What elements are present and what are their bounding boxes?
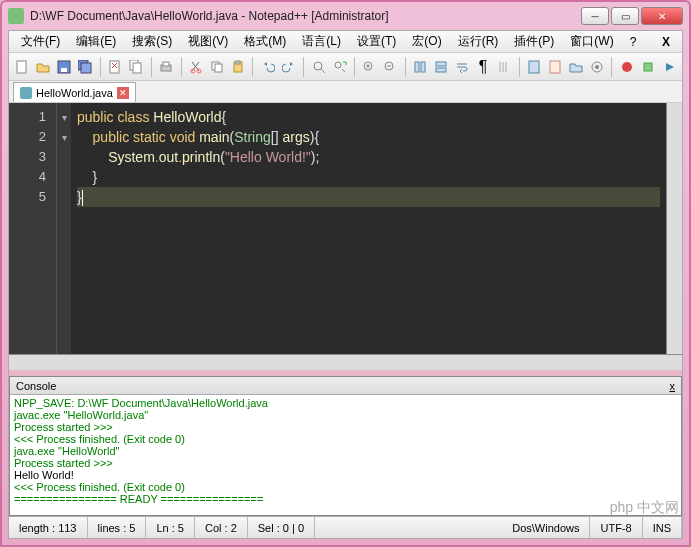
redo-button[interactable] — [279, 56, 298, 78]
vertical-scrollbar[interactable] — [666, 103, 682, 354]
menu-language[interactable]: 语言(L) — [294, 33, 349, 50]
menu-window[interactable]: 窗口(W) — [562, 33, 621, 50]
toolbar-sep — [181, 57, 182, 77]
tab-close-button[interactable]: ✕ — [117, 87, 129, 99]
menu-macro[interactable]: 宏(O) — [404, 33, 449, 50]
console-close-button[interactable]: x — [670, 380, 676, 392]
svg-rect-30 — [436, 62, 446, 66]
code-area[interactable]: public class HelloWorld{ public static v… — [71, 103, 666, 354]
svg-rect-31 — [436, 68, 446, 72]
toolbar-sep — [354, 57, 355, 77]
menu-file[interactable]: 文件(F) — [13, 33, 68, 50]
window-title: D:\WF Document\Java\HelloWorld.java - No… — [30, 9, 581, 23]
menubar-close-doc[interactable]: X — [654, 35, 678, 49]
status-sel: Sel : 0 | 0 — [248, 517, 315, 538]
minimize-button[interactable]: ─ — [581, 7, 609, 25]
svg-rect-29 — [421, 62, 425, 72]
find-button[interactable] — [309, 56, 328, 78]
line-number-gutter[interactable]: 12345 — [9, 103, 57, 354]
file-tab[interactable]: HelloWorld.java ✕ — [13, 82, 136, 102]
svg-rect-40 — [644, 63, 652, 71]
play-macro-button[interactable] — [659, 56, 678, 78]
menubar: 文件(F) 编辑(E) 搜索(S) 视图(V) 格式(M) 语言(L) 设置(T… — [9, 31, 682, 53]
toolbar-sep — [100, 57, 101, 77]
show-all-button[interactable]: ¶ — [474, 56, 493, 78]
statusbar: length : 113 lines : 5 Ln : 5 Col : 2 Se… — [9, 516, 682, 538]
menu-plugins[interactable]: 插件(P) — [506, 33, 562, 50]
svg-point-22 — [335, 62, 341, 68]
sync-h-button[interactable] — [432, 56, 451, 78]
close-file-button[interactable] — [106, 56, 125, 78]
wrap-button[interactable] — [453, 56, 472, 78]
toolbar-sep — [303, 57, 304, 77]
status-eol: Dos\Windows — [502, 517, 590, 538]
print-button[interactable] — [157, 56, 176, 78]
toolbar-sep — [405, 57, 406, 77]
svg-rect-5 — [110, 61, 119, 73]
record-macro-button[interactable] — [617, 56, 636, 78]
toolbar-sep — [519, 57, 520, 77]
stop-macro-button[interactable] — [638, 56, 657, 78]
close-button[interactable]: ✕ — [641, 7, 683, 25]
zoom-in-button[interactable] — [360, 56, 379, 78]
console-titlebar[interactable]: Console x — [10, 377, 681, 395]
cut-button[interactable] — [186, 56, 205, 78]
doc-map-button[interactable] — [524, 56, 543, 78]
replace-button[interactable] — [330, 56, 349, 78]
save-all-button[interactable] — [76, 56, 95, 78]
tab-filename: HelloWorld.java — [36, 87, 113, 99]
copy-button[interactable] — [207, 56, 226, 78]
console-panel: Console x NPP_SAVE: D:\WF Document\Java\… — [9, 376, 682, 516]
undo-button[interactable] — [258, 56, 277, 78]
svg-rect-19 — [236, 61, 240, 64]
svg-rect-28 — [415, 62, 419, 72]
monitor-button[interactable] — [587, 56, 606, 78]
svg-line-21 — [321, 69, 325, 73]
horizontal-scrollbar[interactable] — [9, 354, 682, 370]
window-buttons: ─ ▭ ✕ — [581, 7, 683, 25]
menu-edit[interactable]: 编辑(E) — [68, 33, 124, 50]
status-ins: INS — [643, 517, 682, 538]
menu-view[interactable]: 视图(V) — [180, 33, 236, 50]
titlebar[interactable]: D:\WF Document\Java\HelloWorld.java - No… — [2, 2, 689, 30]
close-all-button[interactable] — [127, 56, 146, 78]
fold-gutter[interactable]: ▾▾ — [57, 103, 71, 354]
menu-help[interactable]: ? — [622, 35, 645, 49]
watermark: php 中文网 — [610, 499, 679, 517]
menu-search[interactable]: 搜索(S) — [124, 33, 180, 50]
console-output[interactable]: NPP_SAVE: D:\WF Document\Java\HelloWorld… — [10, 395, 681, 515]
status-lines: lines : 5 — [88, 517, 147, 538]
tabbar: HelloWorld.java ✕ — [9, 81, 682, 103]
sync-v-button[interactable] — [411, 56, 430, 78]
svg-point-20 — [314, 62, 322, 70]
svg-rect-36 — [550, 61, 560, 73]
new-file-button[interactable] — [13, 56, 32, 78]
editor: 12345 ▾▾ public class HelloWorld{ public… — [9, 103, 682, 354]
zoom-out-button[interactable] — [381, 56, 400, 78]
status-length: length : 113 — [9, 517, 88, 538]
menu-run[interactable]: 运行(R) — [450, 33, 507, 50]
svg-rect-2 — [61, 68, 67, 72]
svg-rect-0 — [17, 61, 26, 73]
menu-settings[interactable]: 设置(T) — [349, 33, 404, 50]
toolbar: ¶ — [9, 53, 682, 81]
status-col: Col : 2 — [195, 517, 248, 538]
save-button[interactable] — [55, 56, 74, 78]
menu-format[interactable]: 格式(M) — [236, 33, 294, 50]
svg-point-38 — [595, 65, 599, 69]
maximize-button[interactable]: ▭ — [611, 7, 639, 25]
indent-guide-button[interactable] — [495, 56, 514, 78]
func-list-button[interactable] — [545, 56, 564, 78]
status-ln: Ln : 5 — [146, 517, 195, 538]
svg-rect-11 — [163, 62, 169, 66]
status-encoding: UTF-8 — [590, 517, 642, 538]
app-window: D:\WF Document\Java\HelloWorld.java - No… — [0, 0, 691, 547]
toolbar-sep — [252, 57, 253, 77]
svg-rect-17 — [215, 64, 222, 72]
paste-button[interactable] — [228, 56, 247, 78]
folder-view-button[interactable] — [566, 56, 585, 78]
client-area: 文件(F) 编辑(E) 搜索(S) 视图(V) 格式(M) 语言(L) 设置(T… — [8, 30, 683, 539]
open-file-button[interactable] — [34, 56, 53, 78]
svg-rect-4 — [81, 63, 91, 73]
svg-point-39 — [622, 62, 632, 72]
